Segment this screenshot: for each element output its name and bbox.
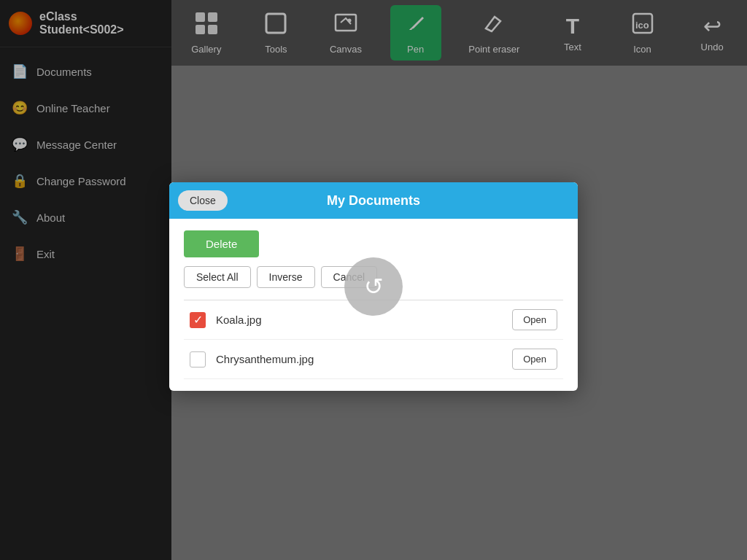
chrysanthemum-filename: Chrysanthemum.jpg — [216, 353, 512, 365]
koala-filename: Koala.jpg — [216, 314, 512, 326]
koala-open-button[interactable]: Open — [512, 309, 557, 330]
inverse-button[interactable]: Inverse — [257, 266, 315, 288]
modal-header: Close My Documents — [169, 182, 578, 219]
modal-title: My Documents — [327, 193, 420, 209]
chrysanthemum-checkbox[interactable] — [190, 351, 206, 368]
table-row: ✓ Koala.jpg Open — [184, 300, 563, 340]
close-button[interactable]: Close — [178, 190, 228, 211]
select-all-button[interactable]: Select All — [184, 266, 251, 288]
chrysanthemum-open-button[interactable]: Open — [512, 349, 557, 370]
table-row: Chrysanthemum.jpg Open — [184, 340, 563, 379]
cancel-button[interactable]: Cancel — [321, 266, 378, 288]
selection-buttons: Select All Inverse Cancel — [184, 266, 563, 288]
file-list: ✓ Koala.jpg Open Chrysanthemum.jpg Open — [184, 300, 563, 379]
my-documents-modal: Close My Documents Delete Select All Inv… — [169, 182, 578, 391]
modal-body: Delete Select All Inverse Cancel ✓ Koala… — [169, 219, 578, 391]
delete-button[interactable]: Delete — [184, 230, 259, 257]
koala-checkbox[interactable]: ✓ — [190, 312, 206, 328]
